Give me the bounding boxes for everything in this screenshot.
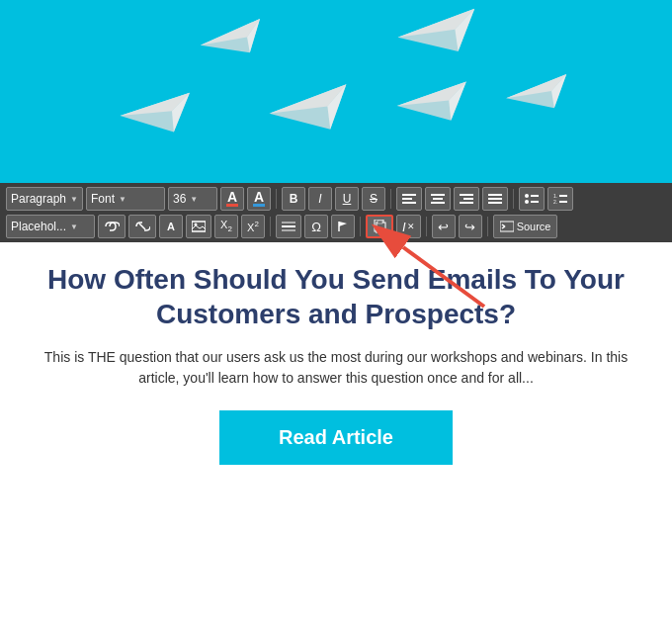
sep2 xyxy=(390,189,391,209)
text-format-label: A xyxy=(167,221,175,232)
svg-rect-26 xyxy=(460,202,473,204)
text-format-button[interactable]: A xyxy=(159,215,183,238)
clear-format-label: I xyxy=(402,220,406,234)
content-area: How Often Should You Send Emails To Your… xyxy=(0,242,672,485)
align-justify-icon xyxy=(488,193,502,205)
subscript-label: X2 xyxy=(220,219,232,233)
sep1 xyxy=(276,189,277,209)
subscript-button[interactable]: X2 xyxy=(214,215,238,238)
sep6 xyxy=(426,217,427,236)
font-color-button[interactable]: A xyxy=(220,187,244,211)
svg-rect-39 xyxy=(192,222,206,231)
svg-rect-37 xyxy=(559,201,567,203)
link-icon xyxy=(104,221,120,232)
highlight-color-button[interactable]: A xyxy=(247,187,271,211)
clear-format-x: ✕ xyxy=(407,222,415,231)
bold-label: B xyxy=(290,192,298,206)
flag-icon xyxy=(337,221,349,232)
align-justify-button[interactable] xyxy=(482,187,508,211)
svg-marker-10 xyxy=(267,84,352,136)
underline-label: U xyxy=(343,192,352,206)
placeholder-dropdown[interactable]: Placehol... ▼ xyxy=(6,215,95,238)
font-dropdown[interactable]: Font ▼ xyxy=(86,187,165,211)
hr-icon xyxy=(282,221,295,232)
planes-container xyxy=(0,0,672,183)
svg-rect-22 xyxy=(433,198,443,200)
align-left-button[interactable] xyxy=(396,187,422,211)
underline-button[interactable]: U xyxy=(335,187,359,211)
highlight-underline xyxy=(253,204,265,207)
svg-marker-1 xyxy=(198,19,266,61)
bold-button[interactable]: B xyxy=(282,187,305,211)
paper-planes-svg xyxy=(0,0,672,183)
svg-text:2.: 2. xyxy=(553,199,557,205)
align-left-icon xyxy=(402,193,416,205)
paragraph-dropdown[interactable]: Paragraph ▼ xyxy=(6,187,83,211)
svg-rect-33 xyxy=(531,201,539,203)
image-button[interactable] xyxy=(186,215,211,238)
hr-button[interactable] xyxy=(276,215,301,238)
strike-label: S xyxy=(370,192,378,206)
svg-point-32 xyxy=(525,200,529,204)
size-label: 36 xyxy=(173,192,186,206)
read-article-button[interactable]: Read Article xyxy=(219,410,453,465)
placeholder-label: Placehol... xyxy=(11,220,66,233)
source-label: Source xyxy=(517,221,551,232)
svg-rect-18 xyxy=(402,194,416,196)
size-dropdown[interactable]: 36 ▼ xyxy=(168,187,217,211)
unlink-icon xyxy=(134,221,150,232)
toolbar: Paragraph ▼ Font ▼ 36 ▼ A A B I xyxy=(0,183,672,242)
undo-icon: ↩ xyxy=(438,220,449,234)
flag-button[interactable] xyxy=(331,215,355,238)
sep4 xyxy=(270,217,271,236)
source-button[interactable]: Source xyxy=(493,215,558,238)
paste-button[interactable] xyxy=(366,215,393,238)
sep3 xyxy=(513,189,514,209)
svg-rect-29 xyxy=(488,202,502,204)
unordered-list-button[interactable] xyxy=(519,187,545,211)
ordered-list-button[interactable]: 1. 2. xyxy=(547,187,573,211)
svg-rect-23 xyxy=(431,202,445,204)
superscript-label: X2 xyxy=(247,220,259,233)
svg-rect-27 xyxy=(488,194,502,196)
image-icon xyxy=(192,221,206,232)
paste-icon xyxy=(373,220,386,233)
link-button[interactable] xyxy=(98,215,126,238)
italic-button[interactable]: I xyxy=(308,187,332,211)
align-center-button[interactable] xyxy=(425,187,451,211)
svg-marker-7 xyxy=(119,93,193,136)
unlink-button[interactable] xyxy=(128,215,156,238)
svg-rect-35 xyxy=(559,195,567,197)
superscript-button[interactable]: X2 xyxy=(241,215,265,238)
toolbar-row-2: Placehol... ▼ A xyxy=(6,215,666,242)
align-right-button[interactable] xyxy=(454,187,479,211)
highlight-a: A xyxy=(254,189,264,205)
svg-rect-19 xyxy=(402,198,412,200)
svg-rect-28 xyxy=(488,198,502,200)
article-title: How Often Should You Send Emails To Your… xyxy=(30,262,642,331)
align-right-icon xyxy=(460,193,473,205)
ordered-list-icon: 1. 2. xyxy=(553,193,567,205)
placeholder-arrow-icon: ▼ xyxy=(70,223,78,231)
toolbar-row-1: Paragraph ▼ Font ▼ 36 ▼ A A B I xyxy=(6,187,666,215)
svg-rect-20 xyxy=(402,202,416,204)
svg-rect-21 xyxy=(431,194,445,196)
undo-button[interactable]: ↩ xyxy=(432,215,456,238)
svg-line-38 xyxy=(139,223,145,229)
font-color-a: A xyxy=(227,189,237,205)
paragraph-label: Paragraph xyxy=(11,192,66,206)
strikethrough-button[interactable]: S xyxy=(362,187,385,211)
redo-icon: ↪ xyxy=(464,220,475,234)
font-arrow-icon: ▼ xyxy=(119,195,126,204)
clear-format-button[interactable]: I ✕ xyxy=(396,215,421,238)
redo-button[interactable]: ↪ xyxy=(459,215,482,238)
svg-rect-48 xyxy=(378,221,382,223)
svg-rect-49 xyxy=(500,222,514,231)
italic-label: I xyxy=(318,192,321,206)
special-char-button[interactable]: Ω xyxy=(304,215,328,238)
svg-rect-25 xyxy=(463,198,473,200)
hero-banner xyxy=(0,0,672,183)
svg-marker-13 xyxy=(395,81,470,126)
source-icon xyxy=(500,221,514,232)
sep5 xyxy=(360,217,361,236)
